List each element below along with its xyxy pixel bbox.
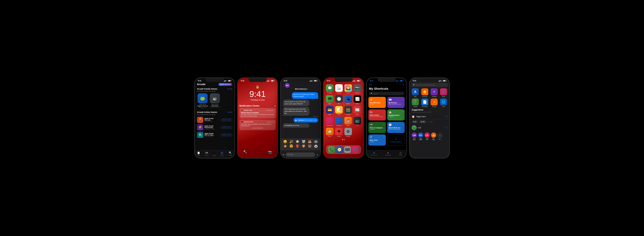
app-clock[interactable]: 🕐 Clock — [335, 95, 343, 104]
notif-close-btn[interactable]: ✕ — [274, 105, 276, 107]
emoji-dog[interactable]: 🐶 — [296, 140, 299, 143]
message-input-field[interactable]: iMessage — [286, 152, 315, 157]
shortcut-watch-mlb[interactable]: ⚾ Watch MLB Live Play live Giants game ·… — [387, 122, 405, 133]
quick-app-web[interactable]: 🌐 Web — [440, 99, 448, 107]
shortcuts-edit-button[interactable]: Edit — [369, 84, 372, 86]
create-shortcut-card[interactable]: + Create Shortcut — [387, 134, 405, 146]
messages-back-button[interactable]: ‹ — [283, 85, 284, 88]
game-item-hotlava[interactable]: 🌋 Apple ArcadeHot Lava The floor is lava… — [195, 116, 234, 123]
post-instagram-menu[interactable]: ··· — [383, 123, 385, 125]
quick-app-apps[interactable]: A Apps — [412, 88, 420, 97]
alarm-add-button[interactable]: + — [427, 121, 428, 123]
hotlava-start-btn[interactable]: START PLAYING — [221, 119, 232, 121]
app-home[interactable]: 🏠 Home — [326, 128, 334, 137]
dock-passcode[interactable]: ⌨ — [344, 146, 351, 153]
quick-app-media[interactable]: 🎵 Media — [440, 88, 448, 97]
emoji-fox[interactable]: 🦊 — [308, 140, 312, 143]
suggestion-call[interactable]: 📞 Call ⓘ — [410, 124, 449, 131]
watch-mlb-menu[interactable]: ··· — [402, 123, 404, 125]
app-appstore[interactable]: A App Store — [335, 117, 343, 126]
emoji-party[interactable]: 🎉 — [290, 140, 293, 143]
call-info-btn[interactable]: ⓘ — [446, 126, 448, 129]
quick-app-location[interactable]: 📍 Location — [412, 99, 420, 107]
my-recipes-menu[interactable]: ··· — [402, 98, 404, 100]
start-timer-menu[interactable]: ··· — [383, 135, 385, 138]
audio-message[interactable]: ▶ 0:04 — [294, 118, 318, 122]
shortcut-good-morning[interactable]: ☀️ Good Morning 1 action ··· — [368, 97, 386, 108]
emoji-smile[interactable]: 😀 — [283, 140, 287, 143]
good-morning-menu[interactable]: ··· — [383, 98, 385, 100]
notification-screen-time[interactable]: ⏱ SCREEN TIME Yesterday, 09:01 Weekly Re… — [240, 108, 276, 118]
game-card-frogger[interactable]: 🐸 Apple ArcadeFrogger in Toy Town Jump i… — [197, 93, 208, 109]
message-send-button[interactable]: ▲ — [316, 153, 319, 156]
flashlight-button[interactable]: 🔦 — [243, 150, 247, 154]
app-news[interactable]: 📰 News — [354, 106, 361, 115]
start-playing-button[interactable]: START PLAYING — [218, 83, 232, 86]
emoji-raccoon[interactable]: 🦝 — [314, 140, 318, 143]
siri-search-bar[interactable]: 🔍 Search for apps and actions — [412, 83, 448, 87]
dock-safari[interactable]: 🧭 — [336, 146, 343, 153]
section1-see-all[interactable]: See All — [227, 88, 232, 90]
shortcuts-tab-automation[interactable]: ⚙ Automation — [385, 152, 391, 156]
app-tv[interactable]: 📺 TV — [354, 117, 361, 126]
app-photos[interactable]: 🌄 Photos — [344, 84, 352, 94]
quick-app-sharing[interactable]: ↗ Sharing — [430, 99, 438, 107]
emoji-goblin[interactable]: 👺 — [296, 144, 299, 148]
quick-app-documents[interactable]: 📄 Documents — [421, 99, 429, 107]
tab-games[interactable]: 🎮 Games — [205, 151, 208, 156]
app-camera[interactable]: 📷 Camera — [354, 84, 361, 94]
msg-plus-icon[interactable]: ⊕ — [282, 153, 284, 156]
dock-phone[interactable]: 📞 — [328, 146, 335, 153]
game-item-possessions[interactable]: 🧩 Apple ArcadePossessions Beautiful zen … — [195, 123, 234, 131]
shortcuts-tab-gallery[interactable]: ◫ Gallery — [399, 152, 402, 156]
game-card-lefo[interactable]: 🦔 Apple ArcadeLEFO Brawls Battle with fr… — [209, 93, 220, 109]
contact-lydia[interactable]: LP LydiaPerry — [424, 132, 430, 140]
emoji-panda[interactable]: 🐼 — [314, 144, 318, 148]
emoji-bear[interactable]: 🐻 — [308, 144, 312, 148]
contact-gayle[interactable]: GV GayleVaughn — [418, 132, 424, 140]
app-settings[interactable]: ⚙ Settings — [344, 128, 352, 137]
tab-apps[interactable]: ◻ Apps — [213, 151, 216, 156]
app-calculator[interactable]: 🧮 Calculator — [344, 106, 352, 115]
ufo-start-btn[interactable]: START PLAYING — [221, 134, 232, 136]
shortcuts-tab-my-shortcuts[interactable]: ⊞ My Shortcuts — [371, 152, 377, 156]
alarm-700[interactable]: 07:00 — [419, 120, 426, 123]
app-notes[interactable]: 📝 Notes — [335, 106, 343, 115]
order-caviar-menu[interactable]: ··· — [383, 111, 385, 113]
emoji-man[interactable]: 🧔 — [283, 144, 287, 148]
contact-luther[interactable]: LW LutherWilson — [412, 132, 417, 140]
app-weather[interactable]: 🌤 Weather — [344, 95, 352, 104]
suggestion-toggle-alarm[interactable]: ⏰ Toggle Alarm ⓘ — [410, 114, 449, 119]
emoji-wolf[interactable]: 🐺 — [302, 140, 306, 143]
possessions-start-btn[interactable]: START PLAYING — [221, 126, 232, 128]
toggle-alarm-info-btn[interactable]: ⓘ — [446, 115, 448, 118]
app-messages[interactable]: 💬 Messages — [326, 84, 334, 94]
shortcuts-add-button[interactable]: + — [402, 83, 404, 86]
game-item-ufo[interactable]: 🛸 Apple ArcadeUFO on Tape... Out of this… — [195, 131, 234, 139]
app-ibooks[interactable]: 📚 iBooks — [344, 117, 352, 126]
shortcuts-search[interactable]: 🔍 Search — [369, 92, 404, 96]
app-wallet[interactable]: 💳 Wallet — [326, 106, 334, 115]
shortcut-my-recipes[interactable]: 📖 My Recipes Play recipe from my list ··… — [387, 97, 405, 108]
contact-julie[interactable]: JE JulieEvans — [431, 132, 436, 140]
dock-music[interactable]: 🎵 — [352, 146, 359, 153]
quick-app-scripting[interactable]: ✕ Scripting — [430, 88, 438, 97]
audio-play-icon[interactable]: ▶ — [296, 119, 297, 121]
tab-today[interactable]: 📋 Today — [197, 151, 200, 156]
alarm-615[interactable]: 6:15 — [412, 120, 418, 123]
tab-search[interactable]: 🔍 Search — [228, 151, 232, 156]
app-calendar[interactable]: MON 14 Calendar — [335, 84, 343, 94]
emoji-hearts[interactable]: 😍 — [290, 144, 293, 148]
quick-app-favourites[interactable]: ⭐ Favourites — [421, 88, 429, 97]
heading-home-menu[interactable]: ··· — [402, 111, 404, 113]
shortcut-order-caviar[interactable]: 🍽 Order Caviar Order Cesar's Hummus ··· — [368, 109, 386, 120]
app-health[interactable]: ❤ Health — [335, 128, 343, 137]
tab-arcade[interactable]: 🕹 Arcade — [220, 151, 224, 156]
shortcut-start-timer[interactable]: ⏱ Start Timer 1 action ··· — [368, 134, 386, 146]
app-stocks[interactable]: 📈 Stocks — [354, 95, 361, 104]
shortcut-heading-home[interactable]: 🏠 Heading Home 3 actions ··· — [387, 109, 405, 120]
section2-see-all[interactable]: See All — [227, 111, 232, 113]
emoji-lion[interactable]: 🦁 — [302, 144, 306, 148]
app-itunes[interactable]: 🎵 iTunes Store — [326, 117, 334, 126]
notification-google-maps[interactable]: 🗺 GOOGLE MAPS Tuesday, 11:10 Your offlin… — [240, 119, 276, 130]
